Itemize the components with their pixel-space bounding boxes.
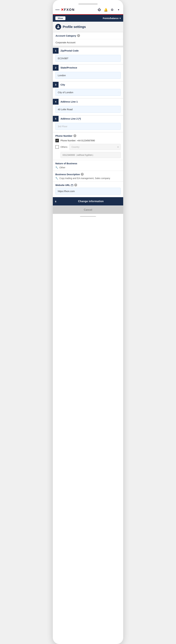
hamburger-menu-icon[interactable]	[55, 8, 60, 12]
cancel-button[interactable]: Cancel	[53, 206, 123, 214]
gear-icon[interactable]: ⚙	[110, 8, 114, 12]
step-6-badge: 6	[53, 197, 59, 206]
address2-input-wrap	[53, 122, 123, 132]
website-url-header: Website URL (*) ?	[55, 184, 121, 186]
nature-of-business-value: Other	[59, 166, 66, 169]
bell-icon[interactable]: 🔔	[104, 8, 108, 12]
address2-input[interactable]	[55, 123, 121, 130]
address2-section: 5 Address Line 2 (*)	[53, 116, 123, 132]
others-label: Others:	[61, 146, 68, 148]
account-category-section: Account Category ? Corporate Account	[53, 32, 123, 46]
change-info-btn-wrap: 6 Change information	[53, 197, 123, 206]
account-category-help-icon[interactable]: ?	[77, 34, 80, 37]
website-url-section: Website URL (*) ?	[53, 182, 123, 197]
address2-header: 5 Address Line 2 (*)	[53, 116, 123, 122]
nav-icons: ⏻ 🔔 ⚙ ▾	[97, 8, 121, 12]
website-url-input[interactable]	[55, 188, 121, 194]
business-description-label: Business Description	[55, 173, 80, 176]
nature-of-business-value-row: 🔧 Other	[55, 166, 121, 169]
state-input[interactable]	[55, 72, 121, 79]
page-title: Profile settings	[63, 25, 86, 29]
others-row: Others: Country ▾	[55, 144, 121, 150]
logo-x-mark: ✕	[61, 8, 64, 12]
state-label: State/Province	[59, 65, 79, 70]
account-category-header: Account Category ?	[53, 32, 123, 39]
step-2-badge: 2	[53, 65, 59, 70]
profile-header: Profile settings	[53, 22, 123, 32]
state-header: 2 State/Province	[53, 64, 123, 70]
website-url-help-icon[interactable]: ?	[74, 184, 77, 186]
business-description-header: Business Description ?	[55, 173, 121, 176]
address1-input[interactable]	[55, 106, 121, 113]
notch-bar	[78, 4, 98, 4]
nav-chevron-icon[interactable]: ▾	[116, 8, 121, 12]
state-section: 2 State/Province	[53, 64, 123, 81]
city-input[interactable]	[55, 89, 121, 96]
tier-bar: Silver Points/balance ▾	[53, 15, 123, 22]
phone-help-icon[interactable]: ?	[74, 134, 76, 137]
city-header: 3 City	[53, 82, 123, 88]
logo: ✕ FXON	[61, 8, 75, 12]
tier-badge: Silver	[55, 16, 66, 20]
address1-label: Address Line 1	[59, 99, 80, 104]
other-phone-input-wrap	[55, 151, 121, 158]
business-description-value-row: 🔧 Copy trading and EA management, Sales …	[55, 177, 121, 180]
power-icon[interactable]: ⏻	[97, 8, 101, 12]
action-section: 6 Change information Cancel	[53, 197, 123, 214]
phone-bottom-bar	[53, 214, 123, 218]
step-1-badge: 1	[53, 48, 59, 54]
city-label: City	[59, 82, 67, 88]
country-chevron-icon: ▾	[117, 146, 119, 148]
phone-section-header: Phone Number ?	[55, 134, 121, 137]
logo-area: ✕ FXON	[55, 8, 75, 12]
nature-of-business-label: Nature of Business	[55, 162, 121, 165]
primary-phone-checkbox[interactable]: ✓	[55, 139, 59, 142]
zip-code-section: 1 Zip/Postal Code	[53, 48, 123, 64]
address1-input-wrap	[53, 104, 123, 115]
country-select[interactable]: Country ▾	[70, 144, 121, 150]
website-url-label: Website URL (*)	[55, 184, 73, 186]
state-input-wrap	[53, 70, 123, 81]
phone-notch	[53, 0, 123, 5]
primary-phone-row: ✓ Phone Number: +44 01234567890	[55, 139, 121, 142]
home-indicator	[80, 216, 96, 217]
account-category-value: Corporate Account	[53, 39, 123, 46]
points-balance-button[interactable]: Points/balance ▾	[103, 17, 121, 20]
step-4-badge: 4	[53, 99, 59, 104]
zip-code-label: Zip/Postal Code	[59, 48, 81, 54]
account-category-label: Account Category	[56, 34, 76, 37]
zip-code-input[interactable]	[55, 55, 121, 62]
phone-section-label: Phone Number	[55, 134, 73, 137]
logo-text: FXON	[64, 8, 75, 12]
city-section: 3 City	[53, 82, 123, 98]
wrench-icon: 🔧	[55, 166, 58, 169]
address2-label: Address Line 2 (*)	[59, 116, 83, 122]
zip-code-header: 1 Zip/Postal Code	[53, 48, 123, 54]
others-checkbox[interactable]	[55, 145, 59, 149]
other-phone-input[interactable]	[61, 152, 121, 158]
address1-header: 4 Address Line 1	[53, 98, 123, 104]
checkbox-check-icon: ✓	[56, 139, 58, 142]
business-description-section: Business Description ? 🔧 Copy trading an…	[53, 171, 123, 182]
country-placeholder: Country	[72, 146, 79, 148]
profile-avatar	[55, 24, 61, 30]
nature-of-business-section: Nature of Business 🔧 Other	[53, 160, 123, 171]
section-separator-1	[53, 46, 123, 47]
address1-section: 4 Address Line 1	[53, 98, 123, 115]
points-chevron-icon: ▾	[119, 17, 121, 20]
phone-frame: ✕ FXON ⏻ 🔔 ⚙ ▾ Silver Points/balance ▾ P…	[53, 0, 123, 644]
step-3-badge: 3	[53, 82, 59, 88]
top-nav: ✕ FXON ⏻ 🔔 ⚙ ▾	[53, 5, 123, 15]
user-icon	[57, 25, 60, 28]
zip-code-input-wrap	[53, 54, 123, 64]
business-description-help-icon[interactable]: ?	[81, 173, 84, 176]
primary-phone-label: Phone Number: +44 01234567890	[61, 139, 95, 142]
phone-section: Phone Number ? ✓ Phone Number: +44 01234…	[53, 132, 123, 160]
business-description-value: Copy trading and EA management, Sales co…	[59, 177, 110, 180]
biz-wrench-icon: 🔧	[55, 177, 58, 180]
city-input-wrap	[53, 88, 123, 98]
change-info-button[interactable]: Change information	[59, 197, 123, 205]
step-5-badge: 5	[53, 116, 59, 122]
points-balance-label: Points/balance	[103, 17, 119, 20]
